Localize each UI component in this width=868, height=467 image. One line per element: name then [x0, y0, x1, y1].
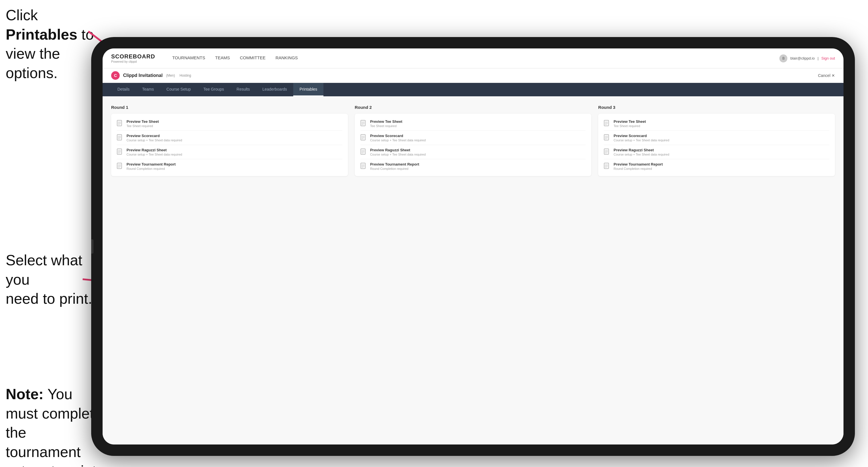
round-2-report-sub: Round Completion required: [370, 167, 419, 170]
document-icon: [117, 149, 123, 156]
round-2-column: Round 2 Preview Tee Sheet: [355, 105, 592, 176]
round-2-scorecard[interactable]: Preview Scorecard Course setup + Tee She…: [361, 131, 586, 145]
round-1-report-text: Preview Tournament Report Round Completi…: [126, 162, 176, 170]
round-1-raguzzi-sub: Course setup + Tee Sheet data required: [126, 153, 182, 156]
round-2-title: Round 2: [355, 105, 592, 110]
tablet-shell: SCOREBOARD Powered by clippd TOURNAMENTS…: [91, 37, 855, 456]
rounds-grid: Round 1 Preview Tee Sheet: [111, 105, 835, 176]
power-button[interactable]: [91, 239, 93, 254]
tournament-bar: C Clippd Invitational (Men) Hosting Canc…: [102, 68, 843, 83]
tournament-status: Hosting: [180, 73, 191, 77]
close-icon: ✕: [832, 73, 835, 78]
tab-course-setup[interactable]: Course Setup: [160, 83, 197, 96]
tab-printables[interactable]: Printables: [293, 83, 323, 96]
document-icon: [604, 120, 610, 127]
round-2-tee-sheet[interactable]: Preview Tee Sheet Tee Sheet required: [361, 119, 586, 131]
round-2-report-label: Preview Tournament Report: [370, 162, 419, 166]
tournament-tag: (Men): [166, 73, 175, 77]
round-3-tee-sheet[interactable]: Preview Tee Sheet Tee Sheet required: [604, 119, 829, 131]
round-3-tournament-report[interactable]: Preview Tournament Report Round Completi…: [604, 159, 829, 170]
round-2-tournament-report[interactable]: Preview Tournament Report Round Completi…: [361, 159, 586, 170]
round-3-raguzzi-sub: Course setup + Tee Sheet data required: [614, 153, 669, 156]
user-avatar: B: [779, 55, 787, 62]
round-2-raguzzi-sub: Course setup + Tee Sheet data required: [370, 153, 426, 156]
round-2-raguzzi-label: Preview Raguzzi Sheet: [370, 148, 426, 152]
svg-rect-28: [361, 149, 365, 154]
round-1-report-sub: Round Completion required: [126, 167, 176, 170]
round-1-card: Preview Tee Sheet Tee Sheet required: [111, 114, 348, 176]
round-3-raguzzi[interactable]: Preview Raguzzi Sheet Course setup + Tee…: [604, 145, 829, 159]
document-icon: [117, 134, 123, 142]
round-1-scorecard-sub: Course setup + Tee Sheet data required: [126, 138, 182, 142]
user-email: blair@clippd.io: [790, 56, 814, 60]
nav-tournaments[interactable]: TOURNAMENTS: [172, 55, 205, 61]
round-2-scorecard-label: Preview Scorecard: [370, 134, 426, 138]
round-1-tee-sheet-text: Preview Tee Sheet Tee Sheet required: [126, 119, 159, 128]
round-3-tee-sheet-label: Preview Tee Sheet: [614, 119, 646, 124]
document-icon: [117, 120, 123, 127]
svg-rect-44: [604, 149, 609, 154]
top-nav-links: TOURNAMENTS TEAMS COMMITTEE RANKINGS: [172, 55, 768, 61]
document-icon: [361, 120, 367, 127]
round-2-tee-sheet-label: Preview Tee Sheet: [370, 119, 402, 124]
round-3-scorecard[interactable]: Preview Scorecard Course setup + Tee She…: [604, 131, 829, 145]
round-1-report-label: Preview Tournament Report: [126, 162, 176, 166]
scoreboard-sub: Powered by clippd: [111, 60, 155, 63]
round-3-scorecard-label: Preview Scorecard: [614, 134, 669, 138]
instruction-middle: Select what you need to print.: [6, 251, 97, 309]
top-nav: SCOREBOARD Powered by clippd TOURNAMENTS…: [102, 49, 843, 68]
nav-rankings[interactable]: RANKINGS: [276, 55, 298, 61]
tab-tee-groups[interactable]: Tee Groups: [197, 83, 230, 96]
round-1-tournament-report[interactable]: Preview Tournament Report Round Completi…: [117, 159, 342, 170]
tab-teams[interactable]: Teams: [136, 83, 160, 96]
tournament-logo: C: [111, 71, 120, 80]
round-2-raguzzi[interactable]: Preview Raguzzi Sheet Course setup + Tee…: [361, 145, 586, 159]
nav-committee[interactable]: COMMITTEE: [240, 55, 266, 61]
round-3-raguzzi-label: Preview Raguzzi Sheet: [614, 148, 669, 152]
app-container: SCOREBOARD Powered by clippd TOURNAMENTS…: [102, 49, 843, 444]
tab-results[interactable]: Results: [230, 83, 256, 96]
svg-rect-12: [117, 149, 122, 154]
document-icon: [604, 134, 610, 142]
document-icon: [117, 163, 123, 170]
round-1-title: Round 1: [111, 105, 348, 110]
svg-rect-40: [604, 134, 609, 140]
round-2-card: Preview Tee Sheet Tee Sheet required: [355, 114, 592, 176]
svg-rect-36: [604, 120, 609, 126]
tablet-screen: SCOREBOARD Powered by clippd TOURNAMENTS…: [102, 49, 843, 444]
round-3-report-sub: Round Completion required: [614, 167, 662, 170]
tab-details[interactable]: Details: [111, 83, 136, 96]
round-1-scorecard[interactable]: Preview Scorecard Course setup + Tee She…: [117, 131, 342, 145]
round-1-tee-sheet[interactable]: Preview Tee Sheet Tee Sheet required: [117, 119, 342, 131]
round-2-scorecard-sub: Course setup + Tee Sheet data required: [370, 138, 426, 142]
document-icon: [604, 149, 610, 156]
svg-rect-48: [604, 163, 609, 169]
instruction-bottom: Note: You must complete the tournament s…: [6, 385, 102, 467]
round-3-tee-sheet-sub: Tee Sheet required: [614, 124, 646, 128]
printables-bold: Printables: [6, 26, 77, 43]
tab-leaderboards[interactable]: Leaderboards: [256, 83, 293, 96]
svg-rect-32: [361, 163, 365, 169]
note-bold: Note:: [6, 386, 43, 402]
document-icon: [604, 163, 610, 170]
document-icon: [361, 134, 367, 142]
instruction-top: Click Printables toview the options.: [6, 6, 97, 83]
document-icon: [361, 149, 367, 156]
round-1-column: Round 1 Preview Tee Sheet: [111, 105, 348, 176]
round-1-raguzzi-label: Preview Raguzzi Sheet: [126, 148, 182, 152]
svg-rect-4: [117, 120, 122, 126]
nav-teams[interactable]: TEAMS: [215, 55, 230, 61]
cancel-button[interactable]: Cancel ✕: [818, 73, 835, 78]
round-1-raguzzi-text: Preview Raguzzi Sheet Course setup + Tee…: [126, 148, 182, 156]
round-1-scorecard-text: Preview Scorecard Course setup + Tee She…: [126, 134, 182, 142]
round-1-scorecard-label: Preview Scorecard: [126, 134, 182, 138]
main-content: Round 1 Preview Tee Sheet: [102, 96, 843, 444]
round-3-report-label: Preview Tournament Report: [614, 162, 662, 166]
svg-rect-24: [361, 134, 365, 140]
round-1-raguzzi[interactable]: Preview Raguzzi Sheet Course setup + Tee…: [117, 145, 342, 159]
sign-out-link[interactable]: Sign out: [821, 56, 835, 60]
round-3-column: Round 3 Preview Tee Sheet: [598, 105, 835, 176]
sub-nav: Details Teams Course Setup Tee Groups Re…: [102, 83, 843, 96]
svg-rect-20: [361, 120, 365, 126]
tournament-name: Clippd Invitational: [123, 73, 163, 78]
